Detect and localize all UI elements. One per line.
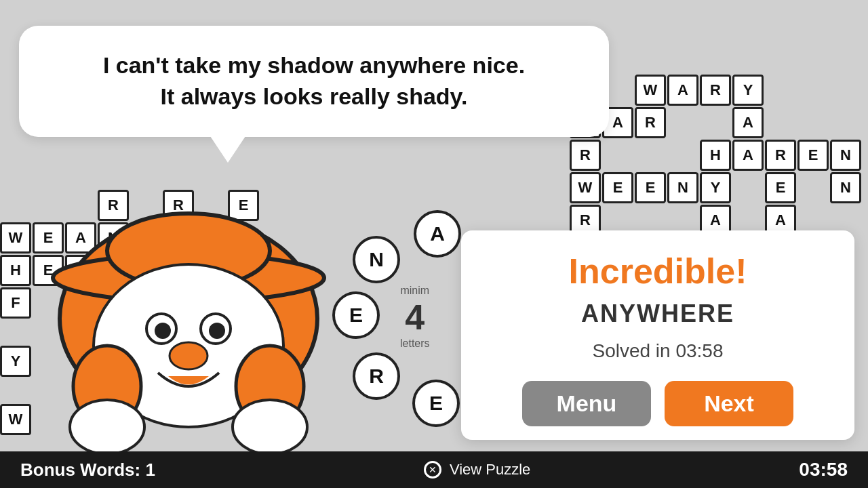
tile-e3: E <box>602 172 633 203</box>
mascot <box>46 210 331 474</box>
speech-line2: It always looks really shady. <box>161 83 468 109</box>
tile-e4: E <box>635 172 666 203</box>
minimum-letters-label: letters <box>400 338 430 350</box>
result-buttons: Menu Next <box>488 381 827 426</box>
result-word: ANYWHERE <box>488 300 827 328</box>
svg-point-6 <box>155 323 171 339</box>
ltile-w1: W <box>0 222 31 253</box>
ltile-y1: Y <box>0 346 31 377</box>
speech-bubble: I can't take my shadow anywhere nice. It… <box>19 26 609 137</box>
tile-a4: A <box>732 140 764 171</box>
result-panel: Incredible! ANYWHERE Solved in 03:58 Men… <box>461 230 854 440</box>
tile-r4: R <box>765 140 796 171</box>
speech-text: I can't take my shadow anywhere nice. It… <box>53 50 575 113</box>
letter-circle-r[interactable]: R <box>353 352 400 400</box>
tile-e2: E <box>797 140 829 171</box>
ltile-f2: F <box>0 287 31 319</box>
tile-e5: E <box>765 172 796 203</box>
minimum-number: 4 <box>400 297 430 338</box>
tile-n1: N <box>830 140 861 171</box>
minimum-display: minim 4 letters <box>400 285 430 350</box>
result-solved: Solved in 03:58 <box>488 340 827 362</box>
bonus-words: Bonus Words: 1 <box>20 460 155 481</box>
letter-circle-a[interactable]: A <box>414 210 461 258</box>
view-puzzle-label: View Puzzle <box>450 461 530 479</box>
x-button-icon: ✕ <box>424 461 441 479</box>
tile-w3: W <box>570 172 601 203</box>
tile-n3: N <box>830 172 861 203</box>
timer-display: 03:58 <box>799 459 848 481</box>
tile-n2: N <box>667 172 698 203</box>
ltile-w2: W <box>0 404 31 435</box>
next-button[interactable]: Next <box>665 381 793 426</box>
tile-r2: R <box>635 107 666 138</box>
tile-w2: W <box>635 75 666 106</box>
tile-r3: R <box>570 140 601 171</box>
svg-point-7 <box>209 323 225 339</box>
tile-a3: A <box>732 107 764 138</box>
tile-h1: H <box>700 140 731 171</box>
crossword-area: W W A R Y E A R A R H A R E N W E E N Y … <box>570 75 861 237</box>
letter-circle-n[interactable]: N <box>353 236 400 283</box>
tile-a1: A <box>667 75 698 106</box>
bottom-bar: Bonus Words: 1 ✕ View Puzzle 03:58 <box>0 451 868 488</box>
ltile-h1: H <box>0 255 31 286</box>
svg-point-8 <box>170 342 208 369</box>
tile-y2: Y <box>700 172 731 203</box>
minimum-label: minim <box>400 285 430 297</box>
speech-line1: I can't take my shadow anywhere nice. <box>103 52 525 78</box>
svg-point-11 <box>70 400 144 454</box>
letter-circle-e2[interactable]: E <box>412 380 460 427</box>
view-puzzle[interactable]: ✕ View Puzzle <box>424 461 530 479</box>
svg-point-12 <box>233 400 307 454</box>
letter-circle-e1[interactable]: E <box>332 291 380 339</box>
result-title: Incredible! <box>488 251 827 291</box>
tile-y1: Y <box>732 75 764 106</box>
menu-button[interactable]: Menu <box>522 381 651 426</box>
tile-r1: R <box>700 75 731 106</box>
